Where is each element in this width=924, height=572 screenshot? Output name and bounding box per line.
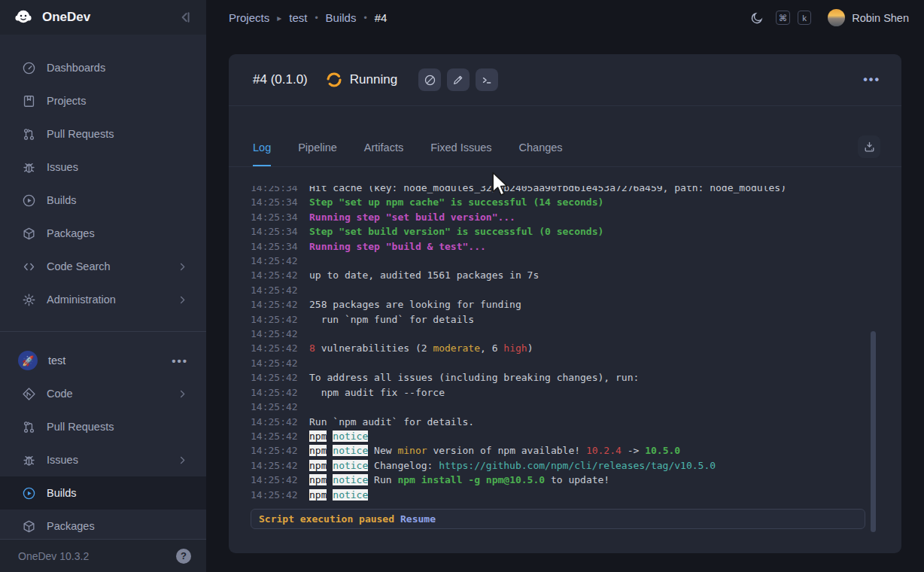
breadcrumb: Projects▸test•Builds•#4: [229, 11, 750, 24]
log-line: 14:25:42npm notice Run npm install -g np…: [251, 473, 880, 487]
play-circle-icon: [21, 485, 36, 500]
edit-build-button[interactable]: [447, 68, 470, 91]
package-icon: [21, 226, 36, 241]
resume-link[interactable]: Resume: [400, 513, 436, 525]
sidebar-project-nav: CodePull RequestsIssuesBuildsPackages: [0, 377, 206, 543]
shortcut-k-key: k: [798, 11, 811, 25]
help-icon[interactable]: ?: [176, 549, 191, 564]
log-text: Run `npm audit` for details.: [309, 415, 474, 429]
build-tabs: LogPipelineArtifactsFixed IssuesChanges: [229, 106, 901, 167]
tab-pipeline[interactable]: Pipeline: [298, 141, 337, 166]
sidebar-item-issues[interactable]: Issues: [0, 151, 206, 184]
log-timestamp: 14:25:42: [251, 370, 309, 385]
user-menu[interactable]: Robin Shen: [828, 9, 909, 26]
project-item-code[interactable]: Code: [0, 377, 206, 410]
terminal-button[interactable]: [476, 68, 498, 91]
sidebar: OneDev DashboardsProjectsPull RequestsIs…: [0, 0, 206, 572]
nav-item-label: Packages: [47, 520, 95, 532]
breadcrumb-dot-icon: •: [363, 13, 366, 23]
log-text: 8 vulnerabilities (2 moderate, 6 high): [309, 341, 533, 355]
sidebar-collapse-icon[interactable]: [178, 10, 193, 25]
log-line: 14:25:428 vulnerabilities (2 moderate, 6…: [251, 341, 880, 355]
nav-item-label: Projects: [47, 95, 86, 107]
log-line: 14:25:42npm notice New minor version of …: [251, 443, 880, 458]
log-viewport[interactable]: 14:25:34Hit cache (key: node_modules_32/…: [229, 186, 901, 509]
log-line: 14:25:42: [251, 327, 880, 341]
user-name: Robin Shen: [852, 12, 909, 24]
download-log-button[interactable]: [858, 135, 880, 158]
dark-mode-icon[interactable]: [750, 11, 764, 25]
tab-fixed-issues[interactable]: Fixed Issues: [430, 141, 491, 166]
project-item-pull-requests[interactable]: Pull Requests: [0, 410, 206, 443]
log-line: 14:25:42up to date, audited 1561 package…: [251, 268, 880, 282]
log-line: 14:25:34Step "set build version" is succ…: [251, 224, 880, 239]
brand-title: OneDev: [42, 10, 178, 25]
log-line: 14:25:42 run `npm fund` for details: [251, 312, 880, 327]
log-scrollbar-thumb[interactable]: [871, 331, 876, 532]
log-line: 14:25:42npm notice Changelog: https://gi…: [251, 458, 880, 473]
log-timestamp: 14:25:42: [251, 415, 309, 429]
project-item-packages[interactable]: Packages: [0, 510, 206, 543]
log-timestamp: 14:25:42: [251, 458, 309, 473]
version-label: OneDev 10.3.2: [18, 550, 176, 562]
log-text: run `npm fund` for details: [309, 312, 474, 327]
log-timestamp: 14:25:42: [251, 283, 309, 297]
log-timestamp: 14:25:42: [251, 443, 309, 458]
log-lines: 14:25:34Hit cache (key: node_modules_32/…: [251, 186, 880, 502]
nav-item-label: Builds: [47, 194, 77, 206]
tab-artifacts[interactable]: Artifacts: [364, 141, 403, 166]
sidebar-item-pull-requests[interactable]: Pull Requests: [0, 117, 206, 151]
log-text: Step "set build version" is successful (…: [309, 224, 603, 239]
breadcrumb-builds[interactable]: Builds: [326, 11, 357, 24]
chevron-right-icon: [177, 388, 188, 400]
log-text: npm notice Run npm install -g npm@10.5.0…: [309, 473, 609, 487]
log-text: Step "set up npm cache" is successful (1…: [309, 195, 603, 209]
project-item-issues[interactable]: Issues: [0, 443, 206, 476]
nav-item-label: Pull Requests: [47, 128, 114, 140]
sidebar-main-nav: DashboardsProjectsPull RequestsIssuesBui…: [0, 35, 206, 316]
dashboard-icon: [21, 60, 36, 75]
sidebar-item-packages[interactable]: Packages: [0, 217, 206, 250]
log-timestamp: 14:25:42: [251, 268, 309, 282]
log-text: npm notice: [309, 488, 368, 502]
shortcut-cmd-key: ⌘: [776, 11, 791, 25]
sidebar-item-builds[interactable]: Builds: [0, 184, 206, 217]
sidebar-item-projects[interactable]: Projects: [0, 84, 206, 117]
onedev-logo-icon[interactable]: [12, 6, 35, 29]
log-text: npm notice New minor version of npm avai…: [309, 443, 680, 458]
log-timestamp: 14:25:42: [251, 341, 309, 355]
pull-request-icon: [21, 419, 36, 434]
log-text: To address all issues (including breakin…: [309, 370, 639, 385]
log-line: 14:25:34Hit cache (key: node_modules_32/…: [251, 186, 880, 195]
project-more-icon[interactable]: •••: [172, 354, 188, 367]
build-card-header: #4 (0.1.0) Running: [229, 54, 901, 106]
running-spinner-icon: [326, 72, 342, 88]
breadcrumb-arrow-icon: ▸: [277, 13, 281, 23]
sidebar-item-administration[interactable]: Administration: [0, 283, 206, 316]
project-item-builds[interactable]: Builds: [0, 476, 206, 510]
breadcrumb-test[interactable]: test: [289, 11, 307, 24]
log-text: Hit cache (key: node_modules_32/9b2405aa…: [309, 186, 786, 195]
log-timestamp: 14:25:34: [251, 239, 309, 254]
sidebar-divider: [0, 331, 206, 332]
sidebar-item-code-search[interactable]: Code Search: [0, 250, 206, 283]
breadcrumb-projects[interactable]: Projects: [229, 11, 269, 24]
paused-bar: Script execution paused Resume: [251, 509, 865, 529]
build-more-icon[interactable]: •••: [863, 73, 880, 87]
log-timestamp: 14:25:42: [251, 488, 309, 502]
breadcrumb-dot-icon: •: [315, 13, 318, 23]
sidebar-item-dashboards[interactable]: Dashboards: [0, 51, 206, 84]
pull-request-icon: [21, 126, 36, 141]
nav-item-label: Pull Requests: [47, 421, 114, 433]
log-timestamp: 14:25:42: [251, 473, 309, 487]
log-timestamp: 14:25:42: [251, 385, 309, 400]
cancel-build-button[interactable]: [418, 68, 441, 91]
chevron-right-icon: [177, 261, 188, 272]
tab-changes[interactable]: Changes: [519, 141, 563, 166]
project-switcher[interactable]: 🚀 test •••: [0, 344, 206, 377]
nav-item-label: Issues: [47, 161, 78, 173]
topbar: Projects▸test•Builds•#4 ⌘ k Robin Shen: [206, 0, 924, 35]
nav-item-label: Dashboards: [47, 62, 105, 74]
tab-log[interactable]: Log: [253, 141, 271, 166]
package-icon: [21, 519, 36, 534]
